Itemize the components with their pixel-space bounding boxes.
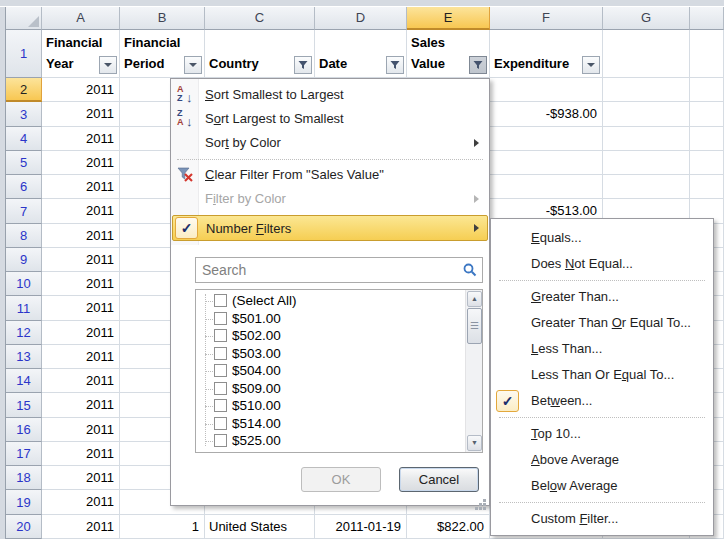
column-header-E[interactable]: E xyxy=(407,7,490,30)
row-header-13[interactable]: 13 xyxy=(6,345,42,369)
menu-item-sort-smallest-to-largest[interactable]: AZ↓Sort Smallest to Largest xyxy=(173,83,487,107)
menu-item-clear-filter-from-sales-value[interactable]: Clear Filter From "Sales Value" xyxy=(173,163,487,187)
cell-C20[interactable]: United States xyxy=(205,515,315,539)
submenu-item-does-not-equal[interactable]: Does Not Equal... xyxy=(493,251,711,277)
filter-value-item[interactable]: $502.00 xyxy=(196,327,464,345)
filter-button-C[interactable] xyxy=(294,56,312,74)
value-checkbox[interactable] xyxy=(214,399,227,412)
filter-button-A[interactable] xyxy=(99,56,117,74)
filter-button-B[interactable] xyxy=(184,56,202,74)
row-header-10[interactable]: 10 xyxy=(6,272,42,296)
row-header-2[interactable]: 2 xyxy=(6,78,42,102)
cell-F2[interactable] xyxy=(490,78,603,102)
row-header-8[interactable]: 8 xyxy=(6,224,42,248)
cell-A7[interactable]: 2011 xyxy=(42,199,120,224)
value-checkbox[interactable] xyxy=(214,312,227,325)
header-cell-D[interactable]: Date xyxy=(315,30,407,78)
row-header-12[interactable]: 12 xyxy=(6,321,42,345)
cell-A12[interactable]: 2011 xyxy=(42,321,120,345)
row-header-4[interactable]: 4 xyxy=(6,127,42,151)
cell-A13[interactable]: 2011 xyxy=(42,345,120,369)
menu-item-number-filters[interactable]: ✓Number Filters xyxy=(172,215,488,241)
submenu-item-less-than[interactable]: Less Than... xyxy=(493,336,711,362)
cell-A5[interactable]: 2011 xyxy=(42,151,120,175)
scroll-up-button[interactable]: ▲ xyxy=(467,291,482,307)
scroll-down-button[interactable]: ▼ xyxy=(467,435,482,451)
filter-value-item[interactable]: $503.00 xyxy=(196,345,464,363)
filter-value-item[interactable]: $514.00 xyxy=(196,415,464,433)
row-header-14[interactable]: 14 xyxy=(6,369,42,393)
cell-A17[interactable]: 2011 xyxy=(42,442,120,466)
cell-G4[interactable] xyxy=(603,127,690,151)
cell-D20[interactable]: 2011-01-19 xyxy=(315,515,407,539)
value-checkbox[interactable] xyxy=(214,417,227,430)
row-header-9[interactable]: 9 xyxy=(6,248,42,272)
scroll-thumb[interactable]: ☰ xyxy=(467,308,482,344)
cell-A6[interactable]: 2011 xyxy=(42,175,120,199)
value-checkbox[interactable] xyxy=(214,329,227,342)
header-cell-F[interactable]: Expenditure xyxy=(490,30,603,78)
cell-A16[interactable]: 2011 xyxy=(42,418,120,442)
menu-item-sort-by-color[interactable]: Sort by Color xyxy=(173,131,487,155)
cell-F5[interactable] xyxy=(490,151,603,175)
row-header-7[interactable]: 7 xyxy=(6,199,42,224)
row-header-17[interactable]: 17 xyxy=(6,442,42,466)
filter-button-F[interactable] xyxy=(582,56,600,74)
column-header-partial[interactable] xyxy=(690,7,724,30)
cell-H5[interactable] xyxy=(690,151,724,175)
filter-value-item[interactable]: $525.00 xyxy=(196,432,464,450)
value-checkbox[interactable] xyxy=(214,294,227,307)
row-header-3[interactable]: 3 xyxy=(6,102,42,127)
submenu-item-greater-than-or-equal-to[interactable]: Greater Than Or Equal To... xyxy=(493,310,711,336)
row-header-20[interactable]: 20 xyxy=(6,515,42,539)
submenu-item-between[interactable]: ✓Between... xyxy=(493,388,711,414)
submenu-item-above-average[interactable]: Above Average xyxy=(493,447,711,473)
cell-A10[interactable]: 2011 xyxy=(42,272,120,296)
list-scrollbar[interactable]: ▲ ☰ ▼ xyxy=(465,290,482,452)
row-header-15[interactable]: 15 xyxy=(6,393,42,418)
header-cell-C[interactable]: Country xyxy=(205,30,315,78)
cell-A18[interactable]: 2011 xyxy=(42,466,120,490)
header-cell-H[interactable] xyxy=(690,30,724,78)
submenu-item-below-average[interactable]: Below Average xyxy=(493,473,711,499)
column-header-G[interactable]: G xyxy=(603,7,690,30)
header-cell-B[interactable]: Financial Period xyxy=(120,30,205,78)
row-header-18[interactable]: 18 xyxy=(6,466,42,490)
cell-B20[interactable]: 1 xyxy=(120,515,205,539)
cell-A11[interactable]: 2011 xyxy=(42,296,120,321)
filter-value-item[interactable]: $510.00 xyxy=(196,397,464,415)
cell-A4[interactable]: 2011 xyxy=(42,127,120,151)
submenu-item-equals[interactable]: Equals... xyxy=(493,225,711,251)
row-header-6[interactable]: 6 xyxy=(6,175,42,199)
select-all-corner[interactable] xyxy=(6,7,42,30)
filter-button-E[interactable] xyxy=(469,56,487,74)
header-cell-A[interactable]: Financial Year xyxy=(42,30,120,78)
cell-F6[interactable] xyxy=(490,175,603,199)
header-cell-G[interactable] xyxy=(603,30,690,78)
filter-value-item[interactable]: $509.00 xyxy=(196,380,464,398)
cancel-button[interactable]: Cancel xyxy=(399,467,479,492)
menu-item-sort-largest-to-smallest[interactable]: ZA↓Sort Largest to Smallest xyxy=(173,107,487,131)
value-checkbox[interactable] xyxy=(214,452,227,454)
cell-A19[interactable]: 2011 xyxy=(42,490,120,515)
submenu-item-custom-filter[interactable]: Custom Filter... xyxy=(493,506,711,532)
filter-value-item[interactable]: $501.00 xyxy=(196,310,464,328)
cell-F3[interactable]: -$938.00 xyxy=(490,102,603,127)
value-checkbox[interactable] xyxy=(214,382,227,395)
search-input[interactable] xyxy=(200,260,454,280)
search-icon[interactable] xyxy=(463,263,477,277)
submenu-item-greater-than[interactable]: Greater Than... xyxy=(493,284,711,310)
column-header-A[interactable]: A xyxy=(42,7,120,30)
column-header-B[interactable]: B xyxy=(120,7,205,30)
filter-value-item[interactable]: (Select All) xyxy=(196,292,464,310)
submenu-item-less-than-or-equal-to[interactable]: Less Than Or Equal To... xyxy=(493,362,711,388)
row-header-19[interactable]: 19 xyxy=(6,490,42,515)
cell-F4[interactable] xyxy=(490,127,603,151)
cell-G3[interactable] xyxy=(603,102,690,127)
cell-G2[interactable] xyxy=(603,78,690,102)
filter-button-D[interactable] xyxy=(386,56,404,74)
cell-G5[interactable] xyxy=(603,151,690,175)
cell-H6[interactable] xyxy=(690,175,724,199)
filter-value-item[interactable]: $504.00 xyxy=(196,362,464,380)
cell-E20[interactable]: $822.00 xyxy=(407,515,490,539)
